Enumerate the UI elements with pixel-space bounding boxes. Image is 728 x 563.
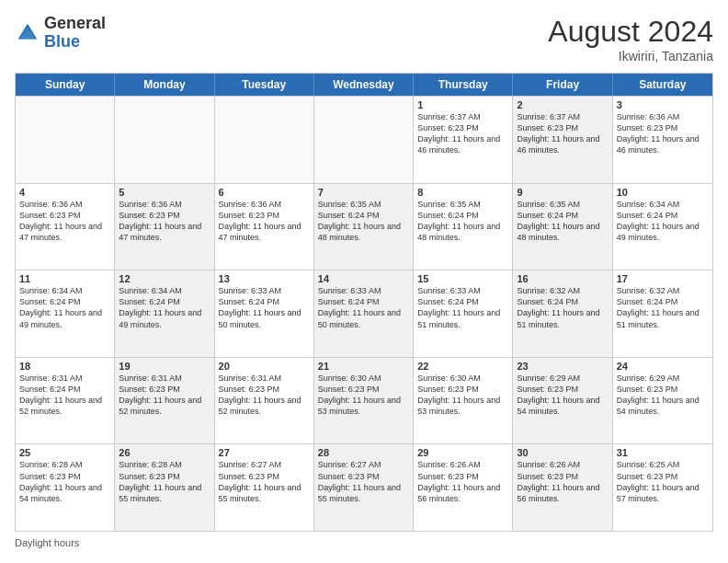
day-info: Sunrise: 6:27 AM Sunset: 6:23 PM Dayligh…	[318, 459, 409, 504]
day-cell-3: 3Sunrise: 6:36 AM Sunset: 6:23 PM Daylig…	[613, 97, 712, 183]
weekday-header-tuesday: Tuesday	[215, 74, 314, 96]
day-cell-27: 27Sunrise: 6:27 AM Sunset: 6:23 PM Dayli…	[215, 444, 314, 531]
day-number: 22	[417, 361, 508, 372]
day-number: 23	[517, 361, 608, 372]
day-number: 28	[318, 447, 409, 458]
day-info: Sunrise: 6:37 AM Sunset: 6:23 PM Dayligh…	[517, 111, 608, 156]
day-number: 14	[318, 273, 409, 284]
day-cell-25: 25Sunrise: 6:28 AM Sunset: 6:23 PM Dayli…	[16, 444, 115, 531]
calendar-row-2: 4Sunrise: 6:36 AM Sunset: 6:23 PM Daylig…	[16, 183, 712, 270]
day-info: Sunrise: 6:35 AM Sunset: 6:24 PM Dayligh…	[417, 199, 508, 244]
day-info: Sunrise: 6:26 AM Sunset: 6:23 PM Dayligh…	[517, 459, 608, 504]
day-cell-23: 23Sunrise: 6:29 AM Sunset: 6:23 PM Dayli…	[513, 358, 612, 444]
day-info: Sunrise: 6:31 AM Sunset: 6:23 PM Dayligh…	[119, 373, 210, 418]
day-info: Sunrise: 6:34 AM Sunset: 6:24 PM Dayligh…	[617, 199, 709, 244]
day-cell-18: 18Sunrise: 6:31 AM Sunset: 6:24 PM Dayli…	[16, 358, 115, 444]
day-number: 20	[219, 361, 310, 372]
day-number: 29	[417, 447, 508, 458]
weekday-header-thursday: Thursday	[414, 74, 513, 96]
day-number: 24	[617, 361, 709, 372]
day-cell-2: 2Sunrise: 6:37 AM Sunset: 6:23 PM Daylig…	[513, 97, 612, 183]
day-info: Sunrise: 6:33 AM Sunset: 6:24 PM Dayligh…	[318, 285, 409, 330]
day-number: 27	[219, 447, 310, 458]
day-cell-28: 28Sunrise: 6:27 AM Sunset: 6:23 PM Dayli…	[314, 444, 414, 531]
day-cell-11: 11Sunrise: 6:34 AM Sunset: 6:24 PM Dayli…	[16, 270, 115, 357]
day-info: Sunrise: 6:32 AM Sunset: 6:24 PM Dayligh…	[517, 285, 608, 330]
day-info: Sunrise: 6:33 AM Sunset: 6:24 PM Dayligh…	[219, 285, 310, 330]
day-number: 16	[517, 273, 608, 284]
calendar-row-1: 1Sunrise: 6:37 AM Sunset: 6:23 PM Daylig…	[16, 96, 712, 183]
weekday-header-wednesday: Wednesday	[314, 74, 414, 96]
day-number: 11	[19, 273, 110, 284]
title-block: August 2024 Ikwiriri, Tanzania	[548, 15, 713, 63]
page: General Blue August 2024 Ikwiriri, Tanza…	[0, 0, 728, 563]
day-info: Sunrise: 6:27 AM Sunset: 6:23 PM Dayligh…	[219, 459, 310, 504]
day-number: 4	[19, 187, 110, 198]
day-cell-6: 6Sunrise: 6:36 AM Sunset: 6:23 PM Daylig…	[215, 184, 314, 270]
day-number: 25	[19, 447, 110, 458]
day-cell-20: 20Sunrise: 6:31 AM Sunset: 6:23 PM Dayli…	[215, 358, 314, 444]
month-title: August 2024	[548, 15, 713, 49]
empty-cell	[115, 97, 214, 183]
header: General Blue August 2024 Ikwiriri, Tanza…	[15, 15, 713, 63]
day-cell-19: 19Sunrise: 6:31 AM Sunset: 6:23 PM Dayli…	[115, 358, 214, 444]
day-info: Sunrise: 6:30 AM Sunset: 6:23 PM Dayligh…	[318, 373, 409, 418]
day-number: 9	[517, 187, 608, 198]
day-number: 15	[417, 273, 508, 284]
day-info: Sunrise: 6:36 AM Sunset: 6:23 PM Dayligh…	[119, 199, 210, 244]
day-info: Sunrise: 6:36 AM Sunset: 6:23 PM Dayligh…	[617, 111, 709, 156]
day-info: Sunrise: 6:29 AM Sunset: 6:23 PM Dayligh…	[617, 373, 709, 418]
location-subtitle: Ikwiriri, Tanzania	[548, 49, 713, 63]
day-info: Sunrise: 6:35 AM Sunset: 6:24 PM Dayligh…	[318, 199, 409, 244]
day-number: 19	[119, 361, 210, 372]
day-info: Sunrise: 6:32 AM Sunset: 6:24 PM Dayligh…	[617, 285, 709, 330]
day-info: Sunrise: 6:31 AM Sunset: 6:23 PM Dayligh…	[219, 373, 310, 418]
day-number: 2	[517, 99, 608, 110]
day-cell-7: 7Sunrise: 6:35 AM Sunset: 6:24 PM Daylig…	[314, 184, 414, 270]
day-cell-22: 22Sunrise: 6:30 AM Sunset: 6:23 PM Dayli…	[414, 358, 513, 444]
day-cell-16: 16Sunrise: 6:32 AM Sunset: 6:24 PM Dayli…	[513, 270, 612, 357]
day-cell-21: 21Sunrise: 6:30 AM Sunset: 6:23 PM Dayli…	[314, 358, 414, 444]
calendar-row-5: 25Sunrise: 6:28 AM Sunset: 6:23 PM Dayli…	[16, 443, 712, 531]
day-number: 18	[19, 361, 110, 372]
day-cell-29: 29Sunrise: 6:26 AM Sunset: 6:23 PM Dayli…	[414, 444, 513, 531]
weekday-header-monday: Monday	[115, 74, 214, 96]
footer-text: Daylight hours	[15, 537, 79, 548]
empty-cell	[16, 97, 115, 183]
day-info: Sunrise: 6:30 AM Sunset: 6:23 PM Dayligh…	[417, 373, 508, 418]
calendar-row-3: 11Sunrise: 6:34 AM Sunset: 6:24 PM Dayli…	[16, 270, 712, 357]
day-cell-10: 10Sunrise: 6:34 AM Sunset: 6:24 PM Dayli…	[613, 184, 712, 270]
day-number: 1	[417, 99, 508, 110]
day-info: Sunrise: 6:29 AM Sunset: 6:23 PM Dayligh…	[517, 373, 608, 418]
day-info: Sunrise: 6:36 AM Sunset: 6:23 PM Dayligh…	[19, 199, 110, 244]
logo-text: General Blue	[44, 15, 106, 52]
logo: General Blue	[15, 15, 106, 52]
day-number: 17	[617, 273, 709, 284]
calendar-row-4: 18Sunrise: 6:31 AM Sunset: 6:24 PM Dayli…	[16, 357, 712, 444]
day-number: 31	[617, 447, 709, 458]
day-number: 10	[617, 187, 709, 198]
calendar-body: 1Sunrise: 6:37 AM Sunset: 6:23 PM Daylig…	[16, 96, 712, 531]
day-cell-15: 15Sunrise: 6:33 AM Sunset: 6:24 PM Dayli…	[414, 270, 513, 357]
logo-icon	[15, 20, 40, 46]
empty-cell	[314, 97, 414, 183]
day-cell-26: 26Sunrise: 6:28 AM Sunset: 6:23 PM Dayli…	[115, 444, 214, 531]
day-info: Sunrise: 6:28 AM Sunset: 6:23 PM Dayligh…	[19, 459, 110, 504]
day-info: Sunrise: 6:36 AM Sunset: 6:23 PM Dayligh…	[219, 199, 310, 244]
day-cell-13: 13Sunrise: 6:33 AM Sunset: 6:24 PM Dayli…	[215, 270, 314, 357]
day-info: Sunrise: 6:28 AM Sunset: 6:23 PM Dayligh…	[119, 459, 210, 504]
day-cell-31: 31Sunrise: 6:25 AM Sunset: 6:23 PM Dayli…	[613, 444, 712, 531]
day-cell-17: 17Sunrise: 6:32 AM Sunset: 6:24 PM Dayli…	[613, 270, 712, 357]
day-info: Sunrise: 6:37 AM Sunset: 6:23 PM Dayligh…	[417, 111, 508, 156]
calendar-header: SundayMondayTuesdayWednesdayThursdayFrid…	[16, 74, 712, 96]
day-cell-12: 12Sunrise: 6:34 AM Sunset: 6:24 PM Dayli…	[115, 270, 214, 357]
empty-cell	[215, 97, 314, 183]
day-info: Sunrise: 6:26 AM Sunset: 6:23 PM Dayligh…	[417, 459, 508, 504]
day-cell-1: 1Sunrise: 6:37 AM Sunset: 6:23 PM Daylig…	[414, 97, 513, 183]
day-info: Sunrise: 6:34 AM Sunset: 6:24 PM Dayligh…	[19, 285, 110, 330]
day-number: 8	[417, 187, 508, 198]
day-info: Sunrise: 6:25 AM Sunset: 6:23 PM Dayligh…	[617, 459, 709, 504]
day-cell-14: 14Sunrise: 6:33 AM Sunset: 6:24 PM Dayli…	[314, 270, 414, 357]
day-cell-24: 24Sunrise: 6:29 AM Sunset: 6:23 PM Dayli…	[613, 358, 712, 444]
calendar: SundayMondayTuesdayWednesdayThursdayFrid…	[15, 73, 713, 532]
